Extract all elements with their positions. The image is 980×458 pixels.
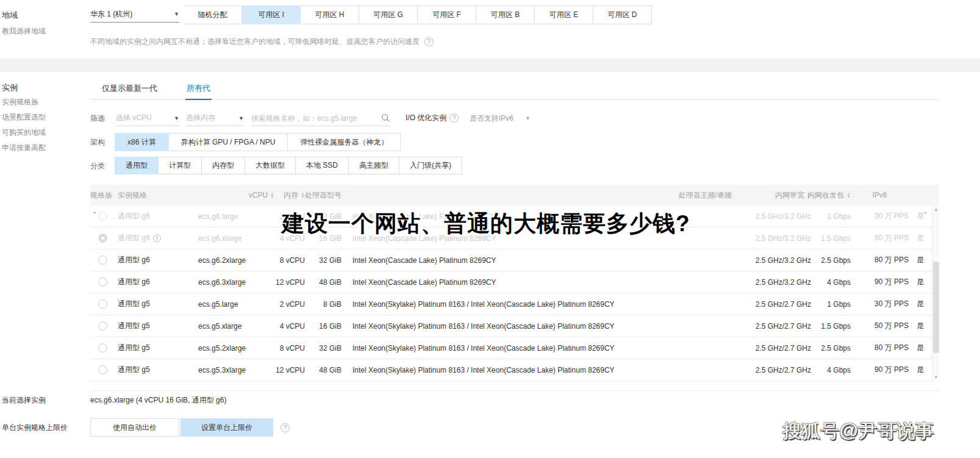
- category-option[interactable]: 本地 SSD: [295, 157, 349, 174]
- search-icon[interactable]: [381, 113, 390, 123]
- arch-option[interactable]: 弹性裸金属服务器（神龙）: [287, 133, 401, 151]
- auto-bid-button[interactable]: 使用自动出价: [90, 418, 179, 437]
- sidebar-link[interactable]: 可购买的地域: [2, 127, 46, 138]
- sort-icon[interactable]: ▲▼: [270, 192, 274, 198]
- sidebar-link[interactable]: 场景配置选型: [2, 112, 46, 123]
- row-radio[interactable]: [98, 365, 107, 374]
- cell-cpu-model: Intel Xeon(Skylake) Platinum 8163 / Inte…: [342, 366, 732, 374]
- column-header: 实例规格 ▲▼: [118, 190, 198, 201]
- tab[interactable]: 仅显示最新一代: [101, 79, 159, 100]
- io-optimized-label: I/O 优化实例 ?: [406, 113, 459, 123]
- zone-button[interactable]: 可用区 E: [535, 5, 593, 24]
- price-cap-label: 单台实例规格上限价: [2, 423, 68, 433]
- overlay-caption: 建设一个网站、普通的大概需要多少钱?: [282, 209, 690, 239]
- cell-bandwidth: 1.5 Gbps: [811, 322, 851, 331]
- table-row[interactable]: 通用型 g5 ? ecs.g5.2xlarge 8 vCPU 32 GiB In…: [90, 337, 939, 359]
- table-row[interactable]: 通用型 g5 ? ecs.g5.xlarge 4 vCPU 16 GiB Int…: [90, 315, 939, 337]
- sort-icon[interactable]: ▲▼: [846, 192, 851, 198]
- table-row[interactable]: 通用型 g5 ? ecs.g5.large 2 vCPU 8 GiB Intel…: [90, 293, 939, 315]
- region-select-value: 华东 1 (杭州): [90, 9, 132, 20]
- help-icon[interactable]: ?: [449, 113, 459, 123]
- watermark: 搜狐号@尹哥说事: [782, 418, 934, 444]
- ipv6-select-label: 是否支持IPv6: [470, 113, 513, 124]
- row-radio[interactable]: [98, 321, 107, 331]
- region-select[interactable]: 华东 1 (杭州) ▼: [90, 6, 179, 23]
- spec-search-input[interactable]: [251, 114, 381, 123]
- cell-memory: 48 GiB: [305, 278, 342, 287]
- sort-icon[interactable]: ▲▼: [301, 192, 305, 198]
- tab[interactable]: 所有代: [185, 79, 212, 100]
- cell-pps: 30 万 PPS: [851, 211, 909, 221]
- help-icon[interactable]: ?: [424, 37, 434, 46]
- vertical-scrollbar[interactable]: ▲ ▼: [932, 206, 939, 381]
- scroll-right-icon[interactable]: ▸: [925, 209, 928, 215]
- arch-option[interactable]: 异构计算 GPU / FPGA / NPU: [168, 133, 288, 151]
- io-optimized-text: I/O 优化实例: [406, 113, 446, 123]
- scroll-up-icon[interactable]: ▲: [932, 207, 940, 212]
- chevron-down-icon: ▼: [525, 115, 531, 121]
- table-row[interactable]: 通用型 g6 ? ecs.g6.2xlarge 8 vCPU 32 GiB In…: [90, 249, 939, 271]
- zone-button[interactable]: 随机分配: [184, 5, 242, 24]
- category-option[interactable]: 内存型: [201, 157, 245, 174]
- sidebar-links: 实例规格族场景配置选型可购买的地域申请按量高配: [2, 97, 46, 153]
- table-row[interactable]: 通用型 g5 ? ecs.g5.3xlarge 12 vCPU 48 GiB I…: [90, 359, 939, 381]
- cell-spec: ecs.g6.2xlarge: [198, 256, 274, 265]
- chevron-down-icon: ▼: [174, 11, 179, 17]
- scrollbar-thumb[interactable]: [933, 262, 939, 353]
- cell-memory: 8 GiB: [305, 300, 342, 309]
- help-icon[interactable]: ?: [281, 423, 290, 432]
- scroll-down-icon[interactable]: ▼: [932, 374, 940, 380]
- column-header: IPv6 ▲▼: [851, 191, 909, 199]
- zone-button[interactable]: 可用区 B: [476, 5, 535, 24]
- row-radio[interactable]: [98, 277, 107, 287]
- cell-pps: 50 万 PPS: [851, 233, 909, 243]
- vcpu-select[interactable]: 选择 vCPU ▼: [116, 110, 179, 126]
- table-row[interactable]: 通用型 g6 ? ecs.g6.3xlarge 12 vCPU 48 GiB I…: [90, 271, 939, 293]
- row-radio[interactable]: [98, 212, 107, 221]
- cell-family: 通用型 g6 ?: [118, 211, 198, 221]
- memory-select[interactable]: 选择内存 ▼: [186, 110, 244, 126]
- memory-select-placeholder: 选择内存: [186, 113, 215, 123]
- cell-spec: ecs.g6.3xlarge: [198, 278, 274, 287]
- region-help-link[interactable]: 教我选择地域: [2, 26, 46, 37]
- zone-button[interactable]: 可用区 D: [593, 5, 652, 24]
- zone-button[interactable]: 可用区 H: [301, 5, 359, 24]
- cell-ipv6: 是: [909, 343, 932, 353]
- column-header: 处理器型号 ▲▼: [305, 190, 342, 201]
- help-icon[interactable]: ?: [153, 234, 161, 242]
- arch-option[interactable]: x86 计算: [115, 133, 169, 151]
- cell-bandwidth: 4 Gbps: [811, 278, 851, 287]
- category-option[interactable]: 大数据型: [245, 157, 296, 174]
- set-cap-button[interactable]: 设置单台上限价: [181, 418, 273, 437]
- cell-vcpu: 12 vCPU: [274, 278, 305, 287]
- scroll-left-icon[interactable]: ◂: [93, 209, 96, 215]
- category-option[interactable]: 通用型: [115, 157, 159, 174]
- current-instance-label: 当前选择实例: [2, 395, 46, 406]
- sidebar-link[interactable]: 实例规格族: [2, 97, 46, 107]
- cell-ipv6: 是: [909, 321, 932, 331]
- cell-frequency: 2.5 GHz/3.2 GHz: [732, 256, 811, 265]
- spec-search-box[interactable]: [251, 110, 390, 126]
- ipv6-select[interactable]: 是否支持IPv6 ▼: [470, 110, 531, 126]
- row-radio[interactable]: [98, 299, 107, 309]
- row-radio[interactable]: [98, 256, 107, 265]
- cell-bandwidth: 1.5 Gbps: [811, 234, 851, 243]
- cell-pps: 90 万 PPS: [851, 365, 909, 375]
- category-option[interactable]: 高主频型: [348, 157, 399, 174]
- cell-pps: 80 万 PPS: [851, 343, 909, 353]
- cell-spec: ecs.g6.large: [198, 212, 274, 221]
- zone-button[interactable]: 可用区 I: [242, 5, 301, 24]
- sidebar-link[interactable]: 申请按量高配: [2, 143, 46, 153]
- cell-family: 通用型 g6 ?: [118, 255, 198, 265]
- cell-spec: ecs.g5.3xlarge: [198, 366, 274, 374]
- category-option[interactable]: 计算型: [158, 157, 202, 174]
- category-options: 通用型计算型内存型大数据型本地 SSD高主频型入门级(共享): [115, 157, 462, 174]
- cell-memory: 16 GiB: [305, 322, 342, 331]
- cell-memory: 32 GiB: [305, 344, 342, 352]
- zone-button[interactable]: 可用区 F: [418, 5, 476, 24]
- cell-ipv6: 是: [909, 233, 932, 243]
- row-radio[interactable]: [98, 234, 107, 243]
- zone-button[interactable]: 可用区 G: [359, 5, 418, 24]
- category-option[interactable]: 入门级(共享): [399, 157, 462, 174]
- row-radio[interactable]: [98, 343, 107, 352]
